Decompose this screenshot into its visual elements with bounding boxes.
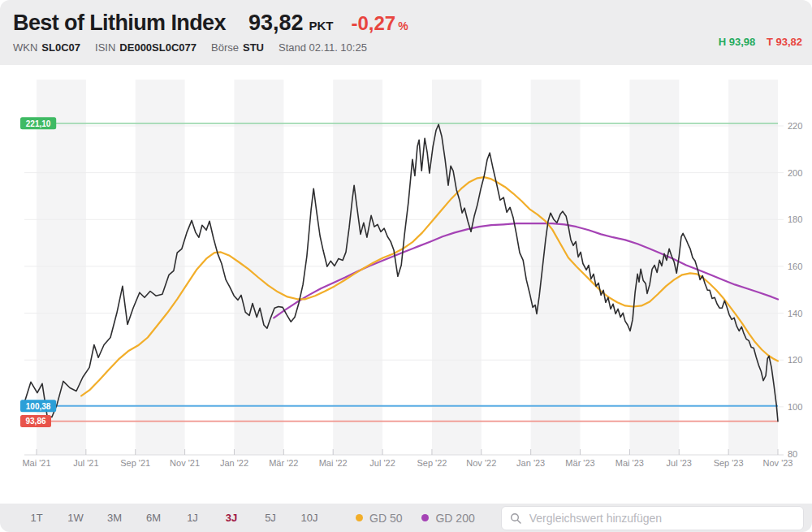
- legend-item-gd200[interactable]: GD 200: [421, 512, 474, 525]
- y-tick-label: 140: [788, 309, 802, 318]
- level-badge-label: 100,38: [26, 402, 51, 411]
- wkn-label: WKN: [13, 41, 37, 54]
- y-tick-label: 100: [788, 402, 802, 412]
- legend-label: GD 50: [369, 512, 402, 525]
- legend-item-gd50[interactable]: GD 50: [356, 512, 402, 525]
- x-tick-label: Mai '21: [22, 458, 50, 468]
- month-stripe: [629, 80, 679, 455]
- period-button-1j[interactable]: 1J: [180, 512, 205, 524]
- y-tick-label: 180: [788, 214, 802, 224]
- period-button-3m[interactable]: 3M: [102, 512, 127, 524]
- x-tick-label: Sep '22: [417, 458, 447, 468]
- y-tick-label: 120: [788, 355, 802, 365]
- month-stripe: [333, 80, 382, 455]
- instrument-meta: WKNSL0C07 ISINDE000SL0C077 BörseSTU Stan…: [13, 41, 799, 54]
- x-tick-label: Sep '21: [120, 458, 150, 468]
- high-label: H: [719, 36, 726, 48]
- x-tick-label: Jan '22: [220, 458, 248, 468]
- legend-dot: [356, 514, 363, 521]
- header: Best of Lithium Index 93,82 PKT -0,27 % …: [0, 0, 812, 65]
- period-button-5j[interactable]: 5J: [258, 512, 283, 524]
- quote-chart-widget: Best of Lithium Index 93,82 PKT -0,27 % …: [0, 0, 812, 532]
- change-percent: -0,27: [352, 12, 396, 35]
- level-badge-label: 93,86: [25, 417, 45, 426]
- legend-label: GD 200: [435, 512, 474, 525]
- legend-dot: [421, 514, 429, 521]
- chart-toolbar: 1T1W3M6M1J3J5J10J GD 50GD 200: [0, 504, 812, 532]
- x-tick-label: Jul '22: [369, 458, 395, 468]
- compare-search: [501, 506, 804, 530]
- level-badge-label: 221,10: [26, 119, 51, 128]
- high-value: 93,98: [729, 36, 756, 48]
- x-tick-label: Nov '23: [763, 458, 793, 468]
- low-value: 93,82: [775, 36, 802, 48]
- low-label: T: [767, 36, 773, 48]
- x-tick-label: Jan '23: [516, 458, 545, 468]
- period-button-10j[interactable]: 10J: [297, 512, 322, 524]
- high-low: H 93,98 T 93,82: [719, 36, 802, 48]
- exchange-label: Börse: [211, 41, 239, 54]
- x-tick-label: Mär '22: [269, 458, 298, 468]
- month-stripe: [432, 80, 482, 455]
- price-chart[interactable]: Mai '21Jul '21Sep '21Nov '21Jan '22Mär '…: [0, 65, 812, 504]
- month-stripe: [728, 80, 778, 455]
- period-button-1w[interactable]: 1W: [63, 512, 88, 524]
- isin-label: ISIN: [95, 41, 115, 54]
- x-tick-label: Mär '23: [565, 458, 594, 468]
- y-tick-label: 80: [788, 449, 797, 459]
- period-button-6m[interactable]: 6M: [141, 512, 166, 524]
- period-button-3j[interactable]: 3J: [219, 512, 244, 524]
- search-icon: [510, 513, 521, 524]
- period-buttons: 1T1W3M6M1J3J5J10J: [24, 512, 336, 524]
- current-price: 93,82: [248, 11, 304, 36]
- x-tick-label: Jul '23: [667, 458, 692, 468]
- instrument-title: Best of Lithium Index: [13, 11, 226, 36]
- month-stripe: [234, 80, 283, 455]
- x-tick-label: Jul '21: [73, 458, 98, 468]
- x-tick-label: Nov '22: [466, 458, 496, 468]
- exchange-value: STU: [243, 41, 264, 54]
- y-tick-label: 220: [788, 121, 802, 131]
- price-unit: PKT: [309, 19, 334, 32]
- chart-legend: GD 50GD 200: [336, 512, 475, 525]
- month-stripe: [531, 80, 581, 455]
- wkn-value: SL0C07: [41, 41, 80, 54]
- y-tick-label: 200: [788, 168, 802, 178]
- x-tick-label: Mai '23: [615, 458, 644, 468]
- period-button-1t[interactable]: 1T: [24, 512, 49, 524]
- x-tick-label: Nov '21: [170, 458, 200, 468]
- x-tick-label: Sep '23: [714, 458, 744, 468]
- quote-timestamp: Stand 02.11. 10:25: [279, 41, 367, 54]
- chart-canvas[interactable]: Mai '21Jul '21Sep '21Nov '21Jan '22Mär '…: [0, 65, 812, 504]
- isin-value: DE000SL0C077: [119, 41, 197, 54]
- x-tick-label: Mai '22: [319, 458, 348, 468]
- percent-sign: %: [398, 19, 408, 32]
- y-tick-label: 160: [788, 262, 802, 271]
- month-stripe: [136, 80, 185, 455]
- compare-search-input[interactable]: [528, 511, 795, 526]
